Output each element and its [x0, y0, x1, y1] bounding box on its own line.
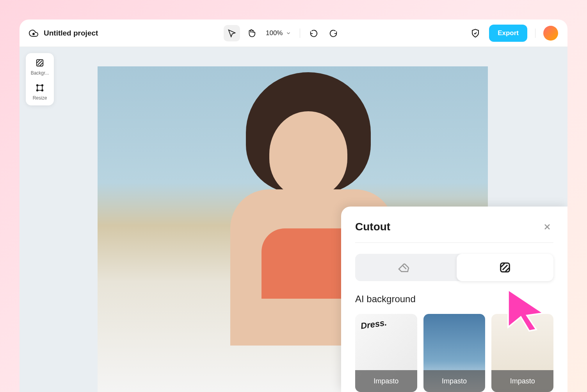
- project-title[interactable]: Untitled project: [44, 29, 98, 37]
- bg-option-label: Impasto: [491, 370, 553, 392]
- select-tool-button[interactable]: [224, 25, 240, 41]
- divider: [300, 29, 300, 38]
- toolbar-right-group: Export: [467, 25, 558, 42]
- undo-button[interactable]: [306, 25, 322, 41]
- close-button[interactable]: [541, 221, 553, 233]
- cutout-tab-row: [355, 254, 553, 281]
- svg-point-0: [33, 33, 34, 35]
- svg-point-6: [37, 85, 38, 86]
- chevron-down-icon: [286, 30, 291, 36]
- canvas-area: Backgr... Resize: [20, 47, 567, 392]
- background-icon: [35, 58, 45, 68]
- panel-title: Cutout: [355, 221, 390, 233]
- background-grid: Dress. Impasto Impasto Impasto: [355, 314, 553, 392]
- eraser-tab[interactable]: [355, 254, 452, 281]
- bg-option-label: Impasto: [355, 370, 417, 392]
- side-tools-panel: Backgr... Resize: [26, 53, 54, 105]
- resize-icon: [35, 83, 45, 93]
- svg-line-14: [503, 265, 508, 270]
- app-window: Untitled project 100%: [20, 20, 567, 392]
- eraser-icon: [397, 261, 410, 274]
- ai-background-title: AI background: [355, 294, 553, 305]
- bg-preview-decoration: Dress.: [360, 317, 388, 331]
- bg-option-label: Impasto: [423, 370, 486, 392]
- svg-line-16: [505, 268, 509, 271]
- svg-point-8: [37, 90, 38, 91]
- side-tool-label: Resize: [27, 95, 52, 101]
- divider: [535, 29, 535, 38]
- toolbar-left-group: Untitled project: [29, 29, 98, 38]
- svg-line-4: [40, 63, 43, 66]
- zoom-value: 100%: [266, 29, 283, 37]
- svg-point-7: [42, 85, 43, 86]
- background-tool[interactable]: Backgr...: [26, 58, 54, 76]
- background-option-2[interactable]: Impasto: [423, 314, 486, 392]
- side-tool-label: Backgr...: [27, 70, 52, 76]
- background-option-3[interactable]: Impasto: [491, 314, 553, 392]
- toolbar-center-group: 100%: [103, 25, 462, 41]
- top-toolbar: Untitled project 100%: [20, 20, 567, 47]
- cloud-icon[interactable]: [29, 29, 38, 38]
- zoom-dropdown[interactable]: 100%: [263, 29, 294, 37]
- hand-tool-button[interactable]: [243, 25, 260, 41]
- background-pattern-icon: [499, 262, 511, 273]
- resize-tool[interactable]: Resize: [26, 83, 54, 101]
- svg-line-12: [402, 265, 406, 269]
- svg-line-15: [501, 264, 505, 267]
- svg-point-9: [42, 90, 43, 91]
- redo-button[interactable]: [325, 25, 342, 41]
- svg-line-3: [37, 60, 40, 63]
- shield-icon[interactable]: [467, 25, 484, 41]
- export-button[interactable]: Export: [489, 25, 527, 42]
- panel-header: Cutout: [355, 221, 553, 243]
- cutout-panel: Cutout: [341, 207, 567, 392]
- background-tab[interactable]: [457, 254, 553, 281]
- close-icon: [543, 222, 552, 232]
- background-option-1[interactable]: Dress. Impasto: [355, 314, 417, 392]
- user-avatar[interactable]: [543, 26, 558, 41]
